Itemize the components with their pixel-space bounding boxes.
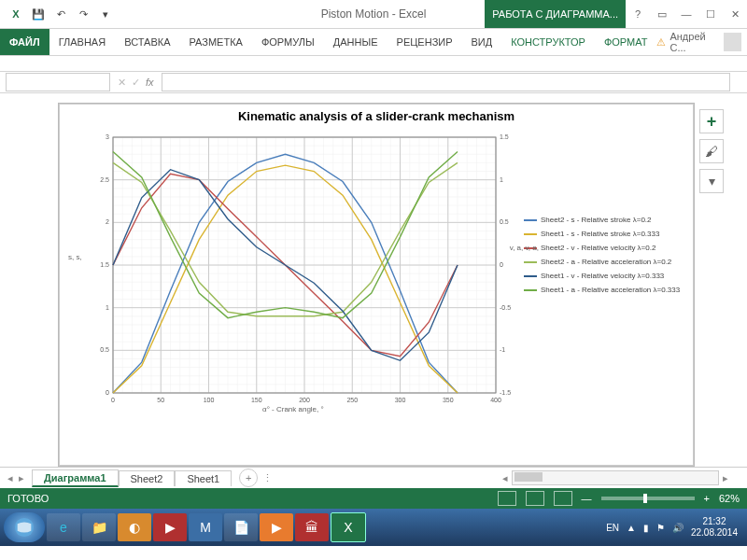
undo-button[interactable]: ↶: [50, 4, 71, 24]
chart-styles-button[interactable]: 🖌: [699, 139, 724, 163]
legend-item[interactable]: Sheet1 - v - Relative velocity λ=0.333: [524, 272, 692, 280]
sheet-tab-active[interactable]: Диаграмма1: [32, 469, 119, 487]
tab-home[interactable]: ГЛАВНАЯ: [49, 29, 115, 55]
tab-data[interactable]: ДАННЫЕ: [324, 29, 388, 55]
svg-text:200: 200: [299, 397, 310, 403]
svg-text:150: 150: [251, 397, 262, 403]
tab-file[interactable]: ФАЙЛ: [0, 29, 49, 55]
legend-swatch: [524, 275, 537, 277]
sheet-tab[interactable]: Sheet1: [175, 470, 232, 486]
accept-formula-icon: ✓: [132, 77, 140, 89]
user-account[interactable]: ⚠ Андрей С...: [656, 29, 747, 55]
view-normal-button[interactable]: [498, 491, 516, 506]
chart-plot-area[interactable]: 05010015020025030035040000.511.522.53-1.…: [94, 132, 514, 412]
y-axis-right-label: v, a, v, a,: [510, 244, 539, 252]
zoom-in-button[interactable]: +: [704, 493, 710, 504]
start-button[interactable]: [4, 512, 45, 542]
tray-volume-icon[interactable]: 🔊: [672, 523, 684, 533]
legend-item[interactable]: Sheet1 - s - Relative stroke λ=0.333: [524, 230, 692, 238]
legend-swatch: [524, 261, 537, 263]
status-bar: ГОТОВО — + 62%: [0, 488, 747, 509]
horizontal-scrollbar[interactable]: ◂ ▸: [276, 470, 747, 485]
tray-action-icon[interactable]: ⚑: [656, 523, 665, 533]
taskbar-app-icon[interactable]: M: [189, 513, 222, 541]
name-box[interactable]: [6, 73, 110, 91]
tab-scroll-divider: ⋮: [258, 472, 276, 484]
svg-text:300: 300: [395, 397, 406, 403]
fx-icon[interactable]: fx: [146, 77, 154, 88]
maximize-button[interactable]: ☐: [698, 4, 723, 24]
tab-design[interactable]: КОНСТРУКТОР: [501, 29, 595, 55]
legend-label: Sheet1 - v - Relative velocity λ=0.333: [541, 272, 664, 280]
chart-filters-button[interactable]: ▾: [699, 169, 724, 193]
svg-text:-1: -1: [500, 346, 505, 353]
quick-access-toolbar: X 💾 ↶ ↷ ▾: [0, 4, 116, 24]
tray-flag-icon[interactable]: ▲: [627, 523, 636, 533]
view-page-break-button[interactable]: [554, 491, 572, 506]
close-button[interactable]: ✕: [723, 4, 747, 24]
zoom-level[interactable]: 62%: [719, 493, 740, 504]
ribbon-tabs: ФАЙЛ ГЛАВНАЯ ВСТАВКА РАЗМЕТКА ФОРМУЛЫ ДА…: [0, 29, 747, 56]
taskbar-app-icon[interactable]: 📄: [224, 513, 258, 541]
taskbar-ie-icon[interactable]: e: [47, 513, 80, 541]
tray-network-icon[interactable]: ▮: [643, 523, 649, 533]
tab-view[interactable]: ВИД: [462, 29, 502, 55]
chart-object[interactable]: Kinematic analysis of a slider-crank mec…: [58, 103, 695, 467]
qat-dropdown[interactable]: ▾: [95, 4, 116, 24]
tab-nav-prev[interactable]: ◂: [7, 472, 13, 484]
x-axis-label: α° - Crank angle, °: [262, 405, 324, 413]
chart-title[interactable]: Kinematic analysis of a slider-crank mec…: [59, 104, 694, 123]
excel-icon: X: [6, 4, 26, 24]
taskbar-explorer-icon[interactable]: 📁: [82, 513, 116, 541]
taskbar-excel-icon[interactable]: X: [331, 512, 366, 542]
view-page-layout-button[interactable]: [526, 491, 544, 506]
help-button[interactable]: ?: [626, 4, 650, 24]
redo-button[interactable]: ↷: [73, 4, 93, 24]
sheet-tab-bar: ◂ ▸ Диаграмма1 Sheet2 Sheet1 + ⋮ ◂ ▸: [0, 467, 747, 488]
svg-text:0: 0: [111, 397, 115, 403]
tab-formulas[interactable]: ФОРМУЛЫ: [252, 29, 324, 55]
tab-review[interactable]: РЕЦЕНЗИР: [388, 29, 462, 55]
svg-text:2.5: 2.5: [100, 176, 109, 183]
zoom-slider[interactable]: [601, 497, 695, 500]
save-button[interactable]: 💾: [28, 4, 49, 24]
legend-item[interactable]: Sheet2 - a - Relative acceleration λ=0.2: [524, 258, 692, 266]
chart-legend[interactable]: Sheet2 - s - Relative stroke λ=0.2Sheet1…: [514, 132, 692, 440]
tab-format[interactable]: ФОРМАТ: [595, 29, 657, 55]
tab-layout[interactable]: РАЗМЕТКА: [179, 29, 251, 55]
svg-text:-0.5: -0.5: [500, 304, 511, 311]
legend-label: Sheet2 - s - Relative stroke λ=0.2: [541, 216, 652, 224]
ribbon-collapsed: [0, 56, 747, 72]
legend-item[interactable]: Sheet2 - v - Relative velocity λ=0.2: [524, 244, 692, 252]
zoom-out-button[interactable]: —: [582, 493, 592, 504]
legend-item[interactable]: Sheet1 - a - Relative acceleration λ=0.3…: [524, 286, 692, 294]
legend-label: Sheet2 - a - Relative acceleration λ=0.2: [541, 258, 671, 266]
sheet-tab[interactable]: Sheet2: [119, 470, 176, 486]
legend-item[interactable]: Sheet2 - s - Relative stroke λ=0.2: [524, 216, 692, 224]
tab-insert[interactable]: ВСТАВКА: [115, 29, 179, 55]
taskbar-app-icon[interactable]: ▶: [153, 513, 187, 541]
tray-lang[interactable]: EN: [606, 523, 619, 533]
taskbar-app-icon[interactable]: ▶: [260, 513, 293, 541]
status-ready: ГОТОВО: [7, 493, 49, 504]
minimize-button[interactable]: —: [674, 4, 698, 24]
formula-input[interactable]: [162, 73, 730, 91]
svg-text:0.5: 0.5: [500, 218, 509, 225]
tray-clock[interactable]: 21:32 22.08.2014: [691, 516, 738, 539]
user-name: Андрей С...: [669, 31, 720, 53]
windows-taskbar: e 📁 ◐ ▶ M 📄 ▶ 🏛 X EN ▲ ▮ ⚑ 🔊 21:32 22.08…: [0, 509, 747, 546]
svg-text:3: 3: [106, 133, 109, 140]
title-bar: X 💾 ↶ ↷ ▾ Piston Motion - Excel РАБОТА С…: [0, 0, 747, 29]
chart-elements-button[interactable]: +: [699, 109, 724, 133]
formula-bar: ✕ ✓ fx: [0, 72, 747, 93]
svg-text:50: 50: [157, 397, 164, 403]
taskbar-app-icon[interactable]: 🏛: [295, 513, 329, 541]
svg-text:0.5: 0.5: [100, 346, 109, 353]
ribbon-options-button[interactable]: ▭: [650, 4, 674, 24]
legend-label: Sheet2 - v - Relative velocity λ=0.2: [541, 244, 655, 252]
legend-swatch: [524, 289, 537, 291]
taskbar-app-icon[interactable]: ◐: [118, 513, 151, 541]
new-sheet-button[interactable]: +: [239, 469, 258, 487]
tab-nav-next[interactable]: ▸: [19, 472, 24, 484]
svg-text:0: 0: [106, 389, 109, 396]
